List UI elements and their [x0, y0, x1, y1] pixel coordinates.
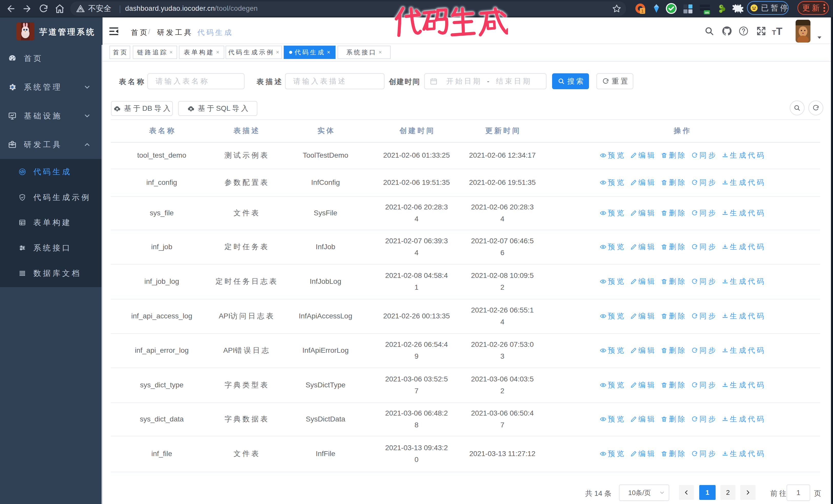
svg-text:1: 1 — [641, 8, 644, 14]
svg-text:on: on — [705, 10, 709, 14]
